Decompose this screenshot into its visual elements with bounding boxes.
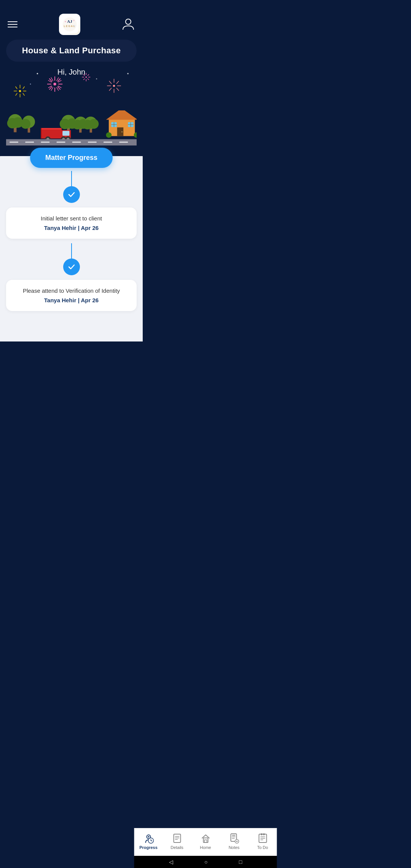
svg-rect-88 [41, 128, 62, 138]
svg-rect-101 [25, 142, 34, 143]
svg-point-86 [106, 132, 112, 138]
svg-rect-90 [62, 131, 69, 136]
header: AJ LEGAL [0, 11, 143, 40]
svg-point-56 [30, 83, 31, 85]
svg-point-5 [73, 20, 75, 21]
progress-check-2 [63, 258, 80, 275]
svg-rect-97 [41, 128, 41, 138]
progress-connector-1 [71, 171, 72, 186]
svg-point-17 [53, 83, 56, 85]
matter-title: House & Land Purchase [22, 46, 121, 55]
svg-point-7 [126, 19, 131, 24]
svg-line-14 [16, 93, 18, 96]
task-meta-1: Tanya Hehir | Apr 26 [15, 225, 127, 231]
svg-line-16 [16, 86, 18, 89]
svg-line-42 [109, 81, 112, 84]
status-bar [0, 0, 143, 11]
svg-text:AJ: AJ [67, 19, 72, 24]
task-name-1: Initial letter sent to client [15, 215, 127, 222]
svg-rect-98 [41, 128, 61, 129]
task-name-2: Please attend to Verification of Identit… [15, 287, 127, 294]
svg-rect-106 [104, 142, 112, 143]
svg-point-75 [89, 119, 99, 129]
svg-rect-107 [119, 142, 128, 143]
progress-card-2: Please attend to Verification of Identit… [6, 280, 137, 311]
svg-line-49 [83, 78, 85, 80]
svg-point-54 [96, 78, 97, 80]
svg-line-38 [116, 88, 119, 91]
progress-timeline: Initial letter sent to client Tanya Hehi… [0, 168, 143, 311]
svg-line-36 [116, 81, 119, 84]
svg-point-8 [19, 90, 21, 92]
svg-text:LEGAL: LEGAL [64, 25, 75, 27]
svg-point-43 [86, 77, 87, 78]
svg-line-12 [23, 93, 25, 96]
svg-point-63 [21, 119, 30, 129]
svg-point-34 [113, 85, 115, 87]
svg-line-10 [23, 86, 25, 89]
matter-title-pill: House & Land Purchase [6, 40, 137, 62]
svg-point-85 [121, 131, 123, 132]
svg-rect-102 [41, 142, 49, 143]
svg-point-6 [74, 25, 75, 27]
svg-rect-100 [10, 142, 18, 143]
matter-progress-button[interactable]: Matter Progress [30, 148, 113, 168]
user-profile-button[interactable] [121, 17, 135, 32]
greeting-text: Hi, John [6, 65, 137, 77]
progress-card-1: Initial letter sent to client Tanya Hehi… [6, 207, 137, 239]
scene-illustration [6, 110, 137, 147]
hero-section: House & Land Purchase [0, 40, 143, 156]
main-content: Matter Progress Initial letter sent to c… [0, 148, 143, 341]
progress-connector-2 [71, 243, 72, 258]
svg-point-4 [65, 21, 66, 22]
svg-line-40 [109, 88, 112, 91]
svg-rect-104 [72, 142, 81, 143]
svg-rect-103 [57, 142, 65, 143]
svg-line-47 [88, 78, 89, 80]
svg-marker-77 [106, 110, 137, 120]
svg-rect-105 [88, 142, 97, 143]
app-logo[interactable]: AJ LEGAL [59, 14, 80, 35]
progress-check-1 [63, 186, 80, 203]
task-meta-2: Tanya Hehir | Apr 26 [15, 297, 127, 303]
menu-button[interactable] [8, 21, 18, 27]
